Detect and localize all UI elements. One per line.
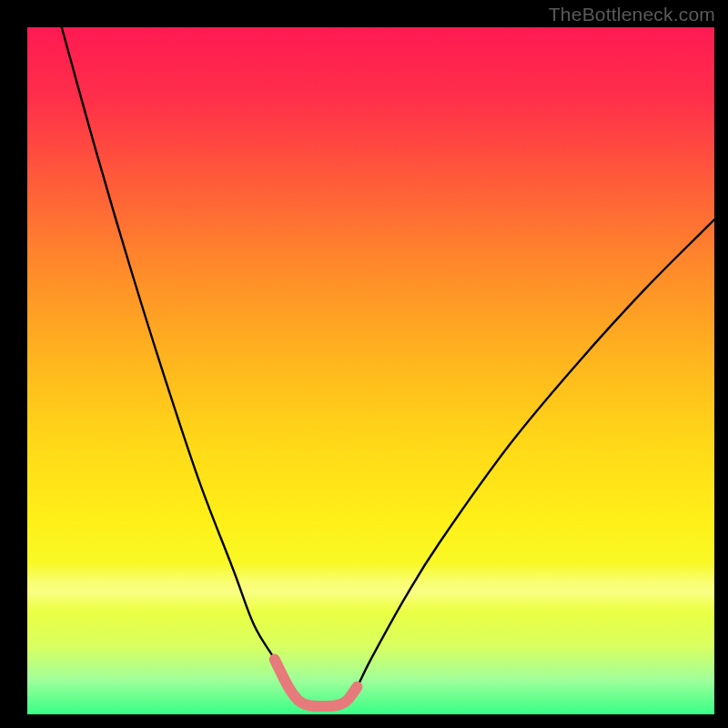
chart-frame: TheBottleneck.com <box>0 0 728 728</box>
curve-layer <box>27 27 714 714</box>
plot-area <box>27 27 714 714</box>
valley-highlight <box>275 660 358 706</box>
watermark-text: TheBottleneck.com <box>549 4 715 25</box>
left-curve <box>62 27 298 701</box>
right-curve <box>347 219 714 701</box>
